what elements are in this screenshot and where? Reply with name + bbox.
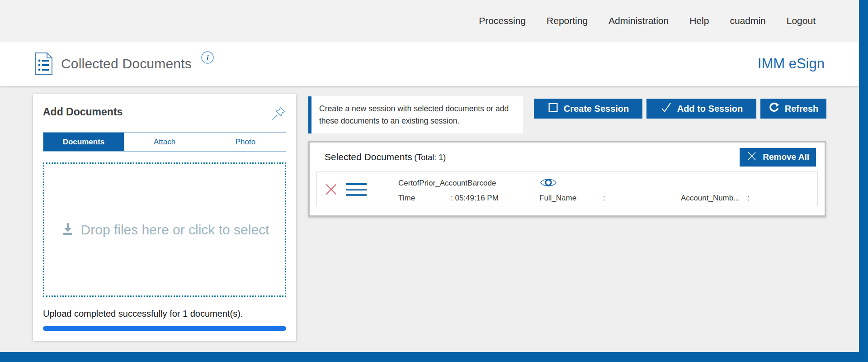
svg-text:i: i [207, 53, 209, 62]
document-row: CertofPrior_AccountBarcode Time : 05:49:… [316, 171, 818, 206]
check-icon [660, 101, 672, 116]
footer-bar [0, 352, 868, 362]
session-info-banner: Create a new session with selected docum… [308, 96, 523, 133]
right-edge-stripe [859, 0, 868, 362]
page-header-left: Collected Documents i [34, 52, 214, 76]
add-documents-panel: Add Documents Documents Attach Photo Dro… [33, 94, 296, 341]
main-nav: Processing Reporting Administration Help… [479, 15, 816, 26]
eye-preview-icon[interactable] [539, 176, 557, 191]
upload-status-message: Upload completed successfully for 1 docu… [43, 309, 286, 319]
tab-documents[interactable]: Documents [43, 133, 124, 151]
file-dropzone[interactable]: Drop files here or click to select [43, 162, 286, 297]
create-session-label: Create Session [564, 104, 629, 114]
field-time-value: : 05:49:16 PM [451, 194, 499, 203]
selected-documents-panel: Selected Documents (Total: 1) Remove All… [308, 141, 826, 217]
add-to-session-button[interactable]: Add to Session [646, 99, 756, 119]
page-header: Collected Documents i IMM eSign [0, 42, 859, 86]
brand-logo: IMM eSign [758, 56, 825, 72]
nav-processing[interactable]: Processing [479, 15, 526, 26]
field-account-label: Account_Numb... [681, 194, 740, 203]
remove-all-button[interactable]: Remove All [740, 148, 816, 167]
document-name: CertofPrior_AccountBarcode [398, 179, 496, 188]
nav-reporting[interactable]: Reporting [547, 15, 588, 26]
tab-attach[interactable]: Attach [124, 133, 205, 151]
page-title: Collected Documents [61, 56, 192, 71]
add-documents-title: Add Documents [43, 106, 123, 118]
refresh-label: Refresh [785, 104, 818, 114]
push-pin-icon[interactable] [271, 106, 286, 123]
refresh-icon [769, 102, 780, 115]
nav-help[interactable]: Help [689, 15, 709, 26]
remove-document-icon[interactable] [324, 182, 338, 198]
selected-documents-title-text: Selected Documents [325, 152, 412, 162]
nav-user-cuadmin[interactable]: cuadmin [730, 15, 765, 26]
field-fullname-label: Full_Name [539, 194, 576, 203]
selected-documents-title: Selected Documents (Total: 1) [325, 152, 446, 162]
drag-handle-icon[interactable] [346, 183, 367, 196]
selected-documents-total: (Total: 1) [414, 153, 446, 162]
download-icon [60, 221, 75, 238]
selected-documents-header: Selected Documents (Total: 1) Remove All [316, 143, 818, 171]
upload-progress-bar [43, 326, 286, 331]
add-documents-header: Add Documents [43, 106, 286, 123]
field-account-value: : [747, 194, 750, 203]
field-fullname-value: : [603, 194, 605, 203]
add-to-session-label: Add to Session [677, 104, 743, 114]
session-info-text: Create a new session with selected docum… [319, 103, 514, 127]
square-icon [547, 102, 559, 115]
nav-logout[interactable]: Logout [787, 15, 816, 26]
document-list-icon [34, 52, 54, 76]
refresh-button[interactable]: Refresh [760, 99, 826, 119]
x-icon [746, 151, 757, 164]
session-actions: Create Session Add to Session Refresh [534, 99, 826, 119]
field-time-label: Time [398, 194, 415, 203]
nav-administration[interactable]: Administration [609, 15, 669, 26]
create-session-button[interactable]: Create Session [534, 99, 642, 119]
remove-all-label: Remove All [763, 152, 809, 162]
upload-progress-fill [43, 326, 286, 331]
top-nav-bar: Processing Reporting Administration Help… [0, 0, 859, 42]
add-documents-tabbar: Documents Attach Photo [43, 132, 286, 152]
info-icon[interactable]: i [201, 51, 214, 66]
app-root: Processing Reporting Administration Help… [0, 0, 868, 362]
dropzone-label: Drop files here or click to select [81, 222, 269, 238]
tab-photo[interactable]: Photo [205, 133, 286, 151]
